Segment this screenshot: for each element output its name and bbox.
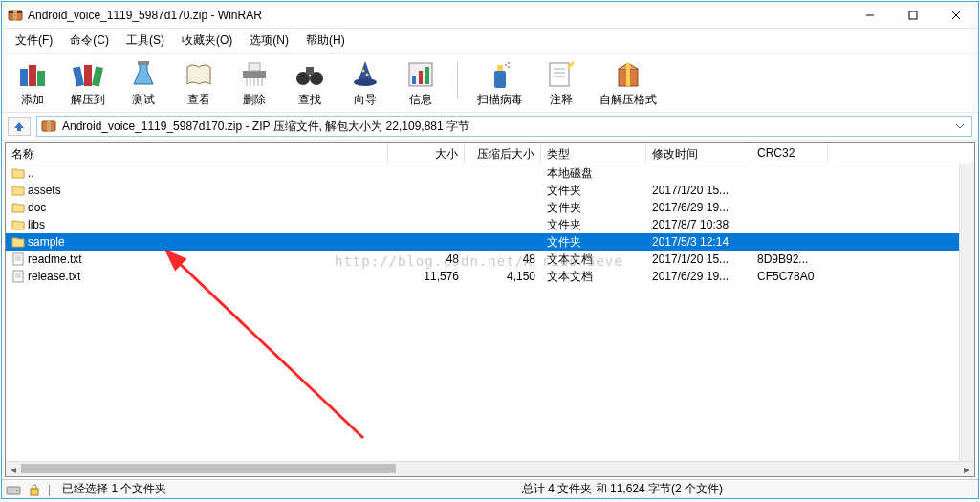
folder-icon [11,235,25,249]
col-type[interactable]: 类型 [541,143,646,164]
table-row[interactable]: libs文件夹2017/8/7 10:38 [6,216,974,233]
folder-icon [11,201,25,214]
up-button[interactable] [8,117,31,136]
svg-point-33 [505,64,507,66]
status-left: 已经选择 1 个文件夹 [56,481,172,497]
up-arrow-icon [12,120,26,132]
lock-icon [27,483,42,496]
svg-rect-28 [412,76,416,84]
flask-icon [128,59,159,90]
svg-rect-23 [306,67,314,75]
col-modified[interactable]: 修改时间 [646,143,751,164]
titlebar: Android_voice_1119_5987d170.zip - WinRAR [2,2,978,29]
toolbar: 添加 解压到 测试 查看 删除 查找 向导 信息 [2,54,978,113]
book-open-icon [184,59,214,90]
toolbar-test[interactable]: 测试 [122,57,164,110]
menubar: 文件(F) 命令(C) 工具(S) 收藏夹(O) 选项(N) 帮助(H) [2,29,978,54]
svg-rect-30 [425,67,429,84]
toolbar-delete[interactable]: 删除 [233,57,275,110]
books-open-icon [73,59,103,90]
toolbar-find[interactable]: 查找 [289,57,331,110]
file-icon [11,270,25,283]
scrollbar-horizontal[interactable]: ◂ ▸ [6,461,974,476]
close-button[interactable] [934,2,978,28]
file-icon [11,252,25,266]
svg-rect-14 [243,71,266,78]
chart-icon [405,59,436,90]
svg-rect-32 [497,65,503,71]
svg-point-24 [354,78,377,86]
toolbar-scan[interactable]: 扫描病毒 [473,57,527,110]
wizard-hat-icon [350,59,381,90]
address-text: Android_voice_1119_5987d170.zip - ZIP 压缩… [62,119,947,135]
folder-icon [11,218,25,231]
status-mid: 总计 4 文件夹 和 11,624 字节(2 个文件) [516,481,729,497]
statusbar: | 已经选择 1 个文件夹 总计 4 文件夹 和 11,624 字节(2 个文件… [2,479,978,498]
svg-rect-54 [31,489,38,495]
svg-rect-31 [494,71,506,88]
col-size[interactable]: 大小 [388,143,465,164]
scroll-right[interactable]: ▸ [959,463,974,476]
svg-rect-15 [249,63,260,71]
toolbar-separator [457,62,458,98]
winrar-window: Android_voice_1119_5987d170.zip - WinRAR… [1,1,979,499]
menu-commands[interactable]: 命令(C) [62,31,117,51]
binoculars-icon [294,59,325,90]
spray-icon [485,59,515,90]
svg-point-35 [508,66,510,68]
address-box[interactable]: Android_voice_1119_5987d170.zip - ZIP 压缩… [36,116,972,137]
table-row[interactable]: assets文件夹2017/1/20 15... [6,182,974,199]
maximize-button[interactable] [891,2,934,28]
menu-tools[interactable]: 工具(S) [119,31,172,51]
window-title: Android_voice_1119_5987d170.zip - WinRAR [28,9,848,22]
col-packed[interactable]: 压缩后大小 [465,143,541,164]
scroll-left[interactable]: ◂ [6,463,21,476]
menu-options[interactable]: 选项(N) [242,31,296,51]
column-headers: 名称 大小 压缩后大小 类型 修改时间 CRC32 [6,143,974,164]
svg-rect-36 [550,63,569,86]
svg-rect-44 [13,253,23,265]
svg-rect-2 [13,10,17,21]
menu-help[interactable]: 帮助(H) [298,31,353,51]
folder-icon [11,184,25,197]
col-name[interactable]: 名称 [6,143,388,164]
svg-rect-9 [37,71,45,86]
svg-rect-12 [92,66,103,86]
list-body[interactable]: ..本地磁盘assets文件夹2017/1/20 15...doc文件夹2017… [6,164,974,461]
table-row[interactable]: readme.txt4848文本文档2017/1/20 15...8D9B92.… [6,251,974,268]
svg-rect-4 [909,11,917,19]
menu-favorites[interactable]: 收藏夹(O) [174,31,240,51]
address-dropdown[interactable] [952,123,968,129]
col-crc[interactable]: CRC32 [751,143,828,164]
scroll-thumb[interactable] [21,464,396,473]
svg-rect-7 [20,69,28,86]
svg-rect-41 [626,63,630,86]
menu-file[interactable]: 文件(F) [8,31,60,51]
table-row[interactable]: release.txt11,5764,150文本文档2017/6/29 19..… [6,268,974,285]
table-row[interactable]: ..本地磁盘 [6,164,974,182]
table-row[interactable]: doc文件夹2017/6/29 19... [6,199,974,216]
note-pencil-icon [546,59,577,90]
folder-icon [11,166,25,180]
svg-rect-11 [84,65,92,86]
toolbar-view[interactable]: 查看 [178,57,220,110]
svg-point-34 [508,62,510,64]
toolbar-info[interactable]: 信息 [400,57,442,110]
archive-icon [41,119,56,134]
svg-rect-8 [29,65,36,86]
toolbar-wizard[interactable]: 向导 [344,57,386,110]
file-list: 名称 大小 压缩后大小 类型 修改时间 CRC32 ..本地磁盘assets文件… [5,142,975,477]
shredder-icon [239,59,270,90]
toolbar-comment[interactable]: 注释 [540,57,582,110]
minimize-button[interactable] [848,2,891,28]
svg-rect-29 [419,71,423,84]
toolbar-sfx[interactable]: 自解压格式 [596,57,661,110]
scrollbar-vertical[interactable] [959,164,974,461]
books-stack-icon [17,59,48,90]
package-icon [613,59,643,90]
toolbar-add[interactable]: 添加 [11,57,54,110]
toolbar-extract[interactable]: 解压到 [67,57,109,110]
svg-point-25 [362,70,365,73]
svg-rect-13 [138,61,149,65]
table-row[interactable]: sample文件夹2017/5/3 12:14 [6,233,974,251]
